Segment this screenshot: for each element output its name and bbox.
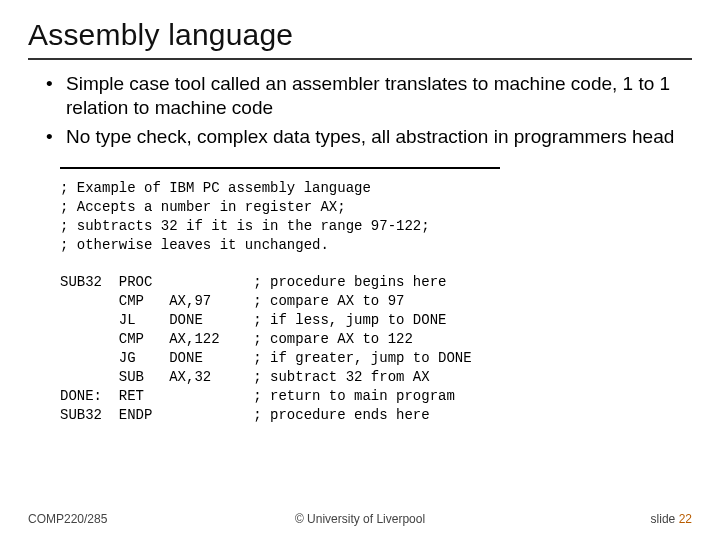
bullet-item: Simple case tool called an assembler tra…: [46, 72, 692, 121]
title-rule: [28, 58, 692, 60]
code-example: ; Example of IBM PC assembly language ; …: [28, 167, 692, 425]
footer-slide: slide 22: [651, 512, 692, 526]
slide: Assembly language Simple case tool calle…: [0, 0, 720, 540]
code-block: ; Example of IBM PC assembly language ; …: [60, 179, 692, 425]
footer-copyright: © University of Liverpool: [0, 512, 720, 526]
code-rule: [60, 167, 500, 169]
bullet-item: No type check, complex data types, all a…: [46, 125, 692, 149]
slide-label: slide: [651, 512, 676, 526]
page-title: Assembly language: [28, 18, 692, 52]
slide-number: 22: [679, 512, 692, 526]
bullet-list: Simple case tool called an assembler tra…: [28, 72, 692, 149]
